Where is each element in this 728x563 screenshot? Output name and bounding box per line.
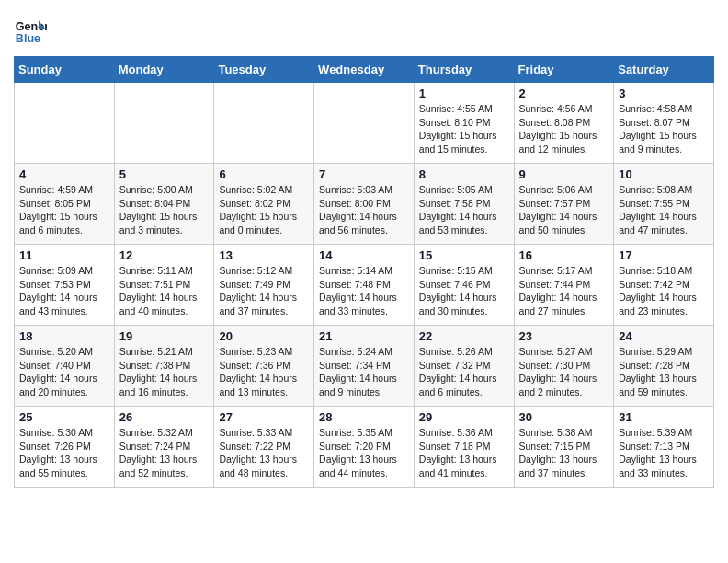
day-info: Sunrise: 5:38 AM Sunset: 7:15 PM Dayligh… [519, 426, 609, 480]
calendar-cell: 15Sunrise: 5:15 AM Sunset: 7:46 PM Dayli… [414, 245, 514, 326]
day-number: 2 [519, 86, 609, 100]
day-info: Sunrise: 5:20 AM Sunset: 7:40 PM Dayligh… [19, 345, 109, 399]
weekday-header: Saturday [614, 57, 714, 83]
calendar-cell: 28Sunrise: 5:35 AM Sunset: 7:20 PM Dayli… [314, 407, 415, 488]
day-number: 19 [119, 329, 210, 343]
day-number: 31 [619, 410, 709, 424]
calendar-cell: 30Sunrise: 5:38 AM Sunset: 7:15 PM Dayli… [514, 407, 614, 488]
calendar-cell: 3Sunrise: 4:58 AM Sunset: 8:07 PM Daylig… [614, 83, 714, 164]
day-info: Sunrise: 5:06 AM Sunset: 7:57 PM Dayligh… [519, 183, 609, 237]
day-info: Sunrise: 5:00 AM Sunset: 8:04 PM Dayligh… [119, 183, 210, 237]
day-info: Sunrise: 5:36 AM Sunset: 7:18 PM Dayligh… [419, 426, 509, 480]
day-number: 28 [319, 410, 409, 424]
calendar-week-row: 18Sunrise: 5:20 AM Sunset: 7:40 PM Dayli… [15, 326, 714, 407]
day-number: 16 [519, 248, 609, 262]
day-info: Sunrise: 5:29 AM Sunset: 7:28 PM Dayligh… [619, 345, 709, 399]
day-info: Sunrise: 5:21 AM Sunset: 7:38 PM Dayligh… [119, 345, 210, 399]
svg-text:Blue: Blue [16, 32, 40, 45]
day-info: Sunrise: 5:23 AM Sunset: 7:36 PM Dayligh… [219, 345, 309, 399]
day-info: Sunrise: 5:26 AM Sunset: 7:32 PM Dayligh… [419, 345, 509, 399]
calendar-cell: 9Sunrise: 5:06 AM Sunset: 7:57 PM Daylig… [514, 164, 614, 245]
calendar-cell: 19Sunrise: 5:21 AM Sunset: 7:38 PM Dayli… [114, 326, 214, 407]
day-info: Sunrise: 5:24 AM Sunset: 7:34 PM Dayligh… [319, 345, 409, 399]
day-info: Sunrise: 5:11 AM Sunset: 7:51 PM Dayligh… [119, 264, 210, 318]
weekday-row: SundayMondayTuesdayWednesdayThursdayFrid… [15, 57, 714, 83]
weekday-header: Sunday [15, 57, 115, 83]
day-number: 5 [119, 167, 210, 181]
weekday-header: Tuesday [214, 57, 314, 83]
day-info: Sunrise: 4:55 AM Sunset: 8:10 PM Dayligh… [419, 102, 509, 156]
calendar-cell: 11Sunrise: 5:09 AM Sunset: 7:53 PM Dayli… [15, 245, 115, 326]
calendar-cell: 6Sunrise: 5:02 AM Sunset: 8:02 PM Daylig… [214, 164, 314, 245]
calendar-cell: 10Sunrise: 5:08 AM Sunset: 7:55 PM Dayli… [614, 164, 714, 245]
day-number: 26 [119, 410, 210, 424]
day-number: 8 [419, 167, 509, 181]
day-info: Sunrise: 5:14 AM Sunset: 7:48 PM Dayligh… [319, 264, 409, 318]
calendar-table: SundayMondayTuesdayWednesdayThursdayFrid… [14, 56, 714, 488]
day-info: Sunrise: 5:15 AM Sunset: 7:46 PM Dayligh… [419, 264, 509, 318]
day-number: 13 [219, 248, 309, 262]
day-number: 20 [219, 329, 309, 343]
calendar-week-row: 25Sunrise: 5:30 AM Sunset: 7:26 PM Dayli… [15, 407, 714, 488]
weekday-header: Thursday [414, 57, 514, 83]
day-info: Sunrise: 4:56 AM Sunset: 8:08 PM Dayligh… [519, 102, 609, 156]
day-number: 21 [319, 329, 409, 343]
page-header: General Blue [14, 14, 714, 47]
day-number: 6 [219, 167, 309, 181]
day-number: 23 [519, 329, 609, 343]
weekday-header: Monday [114, 57, 214, 83]
calendar-cell: 25Sunrise: 5:30 AM Sunset: 7:26 PM Dayli… [15, 407, 115, 488]
day-info: Sunrise: 4:58 AM Sunset: 8:07 PM Dayligh… [619, 102, 709, 156]
calendar-cell [314, 83, 415, 164]
calendar-cell: 13Sunrise: 5:12 AM Sunset: 7:49 PM Dayli… [214, 245, 314, 326]
day-info: Sunrise: 5:39 AM Sunset: 7:13 PM Dayligh… [619, 426, 709, 480]
calendar-cell: 22Sunrise: 5:26 AM Sunset: 7:32 PM Dayli… [414, 326, 514, 407]
weekday-header: Wednesday [314, 57, 415, 83]
calendar-cell: 5Sunrise: 5:00 AM Sunset: 8:04 PM Daylig… [114, 164, 214, 245]
day-number: 29 [419, 410, 509, 424]
day-info: Sunrise: 5:02 AM Sunset: 8:02 PM Dayligh… [219, 183, 309, 237]
day-number: 1 [419, 86, 509, 100]
calendar-week-row: 4Sunrise: 4:59 AM Sunset: 8:05 PM Daylig… [15, 164, 714, 245]
day-number: 3 [619, 86, 709, 100]
calendar-cell: 8Sunrise: 5:05 AM Sunset: 7:58 PM Daylig… [414, 164, 514, 245]
day-number: 7 [319, 167, 409, 181]
calendar-cell: 4Sunrise: 4:59 AM Sunset: 8:05 PM Daylig… [15, 164, 115, 245]
calendar-cell [214, 83, 314, 164]
calendar-cell: 29Sunrise: 5:36 AM Sunset: 7:18 PM Dayli… [414, 407, 514, 488]
day-number: 24 [619, 329, 709, 343]
day-number: 18 [19, 329, 109, 343]
day-number: 22 [419, 329, 509, 343]
calendar-cell: 7Sunrise: 5:03 AM Sunset: 8:00 PM Daylig… [314, 164, 415, 245]
day-number: 14 [319, 248, 409, 262]
calendar-header: SundayMondayTuesdayWednesdayThursdayFrid… [15, 57, 714, 83]
day-info: Sunrise: 5:05 AM Sunset: 7:58 PM Dayligh… [419, 183, 509, 237]
calendar-cell: 14Sunrise: 5:14 AM Sunset: 7:48 PM Dayli… [314, 245, 415, 326]
day-info: Sunrise: 5:33 AM Sunset: 7:22 PM Dayligh… [219, 426, 309, 480]
calendar-cell [15, 83, 115, 164]
day-info: Sunrise: 5:03 AM Sunset: 8:00 PM Dayligh… [319, 183, 409, 237]
calendar-cell: 1Sunrise: 4:55 AM Sunset: 8:10 PM Daylig… [414, 83, 514, 164]
day-number: 4 [19, 167, 109, 181]
day-number: 10 [619, 167, 709, 181]
calendar-week-row: 11Sunrise: 5:09 AM Sunset: 7:53 PM Dayli… [15, 245, 714, 326]
day-info: Sunrise: 5:32 AM Sunset: 7:24 PM Dayligh… [119, 426, 210, 480]
calendar-body: 1Sunrise: 4:55 AM Sunset: 8:10 PM Daylig… [15, 83, 714, 488]
day-info: Sunrise: 5:17 AM Sunset: 7:44 PM Dayligh… [519, 264, 609, 318]
calendar-cell: 27Sunrise: 5:33 AM Sunset: 7:22 PM Dayli… [214, 407, 314, 488]
calendar-cell: 16Sunrise: 5:17 AM Sunset: 7:44 PM Dayli… [514, 245, 614, 326]
weekday-header: Friday [514, 57, 614, 83]
calendar-cell: 18Sunrise: 5:20 AM Sunset: 7:40 PM Dayli… [15, 326, 115, 407]
day-info: Sunrise: 5:09 AM Sunset: 7:53 PM Dayligh… [19, 264, 109, 318]
day-number: 27 [219, 410, 309, 424]
day-number: 15 [419, 248, 509, 262]
calendar-cell: 2Sunrise: 4:56 AM Sunset: 8:08 PM Daylig… [514, 83, 614, 164]
day-info: Sunrise: 5:27 AM Sunset: 7:30 PM Dayligh… [519, 345, 609, 399]
calendar-cell: 26Sunrise: 5:32 AM Sunset: 7:24 PM Dayli… [114, 407, 214, 488]
calendar-cell [114, 83, 214, 164]
calendar-cell: 20Sunrise: 5:23 AM Sunset: 7:36 PM Dayli… [214, 326, 314, 407]
calendar-cell: 23Sunrise: 5:27 AM Sunset: 7:30 PM Dayli… [514, 326, 614, 407]
day-info: Sunrise: 5:35 AM Sunset: 7:20 PM Dayligh… [319, 426, 409, 480]
day-number: 11 [19, 248, 109, 262]
calendar-cell: 24Sunrise: 5:29 AM Sunset: 7:28 PM Dayli… [614, 326, 714, 407]
